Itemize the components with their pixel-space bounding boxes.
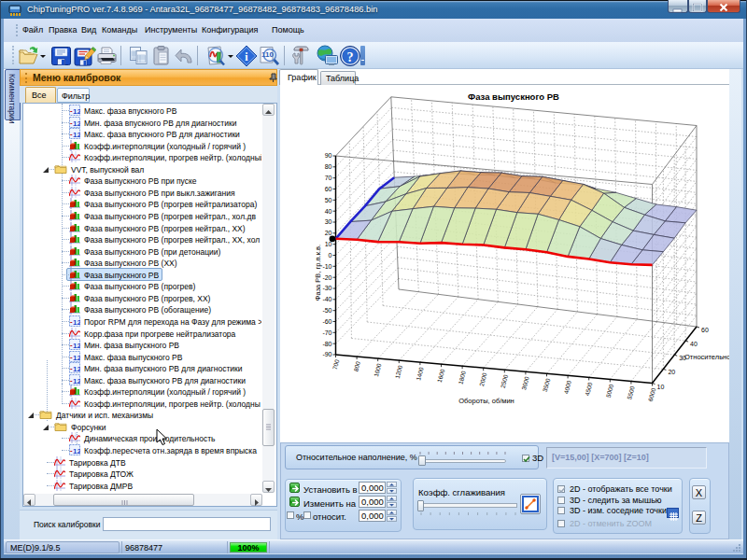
svg-text:12: 12 [73, 131, 80, 139]
svg-text:6000: 6000 [647, 387, 657, 402]
svg-text:2000: 2000 [478, 371, 488, 386]
svg-text:-60: -60 [322, 318, 331, 325]
svg-text:-20: -20 [322, 274, 331, 281]
svg-text:12: 12 [73, 353, 80, 361]
svg-text:3000: 3000 [520, 375, 530, 390]
svg-text:20: 20 [325, 230, 332, 236]
svg-text:70: 70 [325, 175, 332, 181]
svg-text:30: 30 [325, 218, 332, 225]
svg-text:4500: 4500 [584, 382, 594, 397]
svg-text:-80: -80 [322, 341, 331, 347]
svg-text:2500: 2500 [500, 373, 510, 388]
svg-text:20: 20 [668, 369, 675, 375]
svg-text:1200: 1200 [394, 364, 404, 379]
svg-text:800: 800 [352, 360, 361, 372]
svg-text:700: 700 [331, 358, 341, 371]
svg-text:1600: 1600 [436, 368, 446, 383]
svg-text:40: 40 [690, 341, 698, 347]
svg-text:-90: -90 [322, 351, 331, 357]
svg-text:90: 90 [325, 152, 332, 159]
svg-text:-40: -40 [322, 296, 331, 302]
svg-text:50: 50 [325, 197, 332, 203]
svg-text:?: ? [347, 50, 354, 64]
svg-text:Относительное н: Относительное н [684, 353, 729, 361]
svg-text:10: 10 [657, 384, 665, 390]
svg-text:1000: 1000 [373, 362, 383, 377]
svg-text:12: 12 [73, 317, 80, 326]
svg-text:60: 60 [701, 327, 709, 333]
svg-text:3500: 3500 [542, 377, 552, 392]
svg-text:-70: -70 [322, 329, 331, 336]
svg-text:Фаза выпускного РВ: Фаза выпускного РВ [468, 91, 559, 102]
svg-text:5500: 5500 [626, 385, 636, 400]
svg-text:40: 40 [325, 208, 332, 215]
svg-text:12: 12 [73, 119, 80, 127]
svg-text:1400: 1400 [415, 366, 425, 381]
svg-text:60: 60 [325, 186, 332, 192]
svg-text:5000: 5000 [605, 384, 615, 399]
svg-text:12: 12 [73, 342, 80, 350]
svg-text:10: 10 [325, 241, 332, 247]
svg-text:4000: 4000 [562, 380, 572, 395]
svg-text:-30: -30 [322, 285, 331, 291]
svg-text:0: 0 [329, 252, 332, 259]
svg-text:12: 12 [73, 107, 80, 116]
svg-text:Фаза РВ, гр.п.к.в.: Фаза РВ, гр.п.к.в. [314, 245, 322, 301]
svg-text:12: 12 [73, 376, 80, 385]
svg-text:-10: -10 [322, 263, 331, 270]
svg-text:-50: -50 [322, 307, 331, 314]
svg-text:12: 12 [73, 365, 80, 373]
svg-text:1800: 1800 [457, 370, 467, 385]
svg-text:12: 12 [73, 447, 80, 455]
svg-text:80: 80 [325, 163, 332, 170]
svg-text:Обороты, об/мин: Обороты, об/мин [458, 397, 514, 405]
